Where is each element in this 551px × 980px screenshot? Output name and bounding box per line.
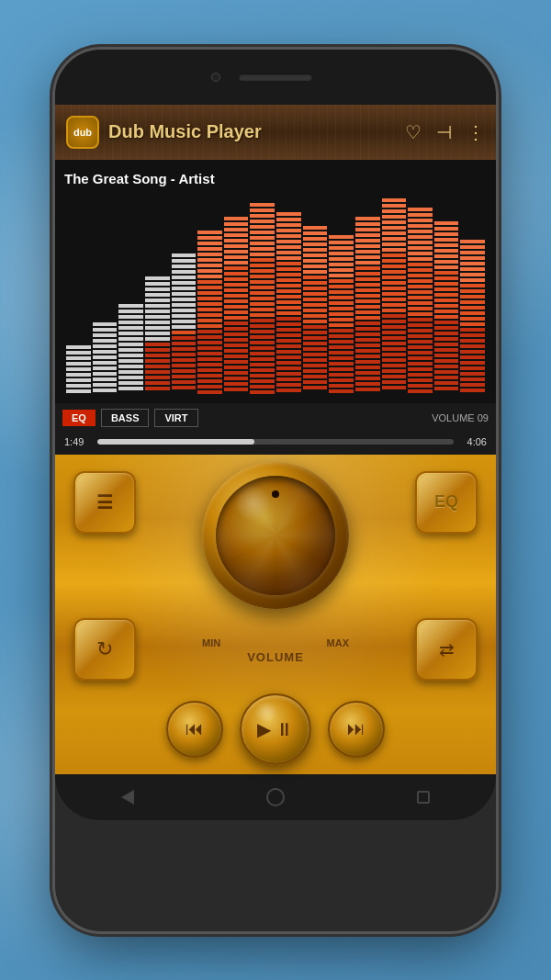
bar-segment (224, 305, 249, 309)
bar-segment (434, 271, 459, 275)
bar-segment (329, 235, 354, 239)
phone-speaker-area (55, 50, 496, 105)
eq-button-eq[interactable]: EQ (62, 410, 96, 426)
favorite-icon[interactable]: ♡ (405, 121, 422, 143)
bar-segment (276, 355, 301, 359)
bar-segment (408, 235, 433, 239)
bar-segment (197, 324, 222, 328)
bar-segment (276, 383, 301, 387)
bar-segment (408, 318, 433, 321)
bar-segment (224, 244, 249, 248)
bar-segment (145, 343, 170, 346)
bar-segment (93, 361, 118, 365)
bar-segment (276, 377, 301, 381)
eq-bar-9 (303, 226, 328, 396)
equalizer-icon[interactable]: ⊣ (436, 121, 452, 143)
prev-button[interactable]: ⏮ (166, 701, 223, 758)
bar-segment (145, 287, 170, 291)
repeat-button[interactable]: ↻ (73, 618, 136, 681)
bar-segment (93, 344, 118, 348)
bar-segment (382, 347, 407, 351)
bar-segment (408, 290, 433, 294)
bar-segment (408, 378, 433, 382)
bar-segment (329, 351, 354, 355)
bar-segment (172, 320, 197, 323)
bar-segment (355, 349, 380, 353)
bar-segment (276, 295, 301, 299)
bar-segment (276, 273, 301, 276)
eq-panel-button[interactable]: EQ (415, 471, 478, 534)
bar-segment (145, 304, 170, 308)
volume-knob-section (202, 462, 349, 609)
bar-segment (329, 329, 354, 332)
bar-segment (276, 256, 301, 260)
bar-segment (250, 291, 275, 295)
bar-segment (355, 250, 380, 253)
bar-segment (355, 277, 380, 281)
bar-segment (382, 369, 407, 373)
eq-bar-0 (66, 345, 91, 396)
nav-back-button[interactable] (121, 790, 134, 805)
eq-mode-buttons: EQ BASS VIRT VOLUME 09 (55, 403, 496, 433)
bar-segment (224, 261, 249, 265)
eq-bar-5 (197, 231, 222, 396)
play-pause-button[interactable]: ▶ ⏸ (240, 693, 311, 765)
eq-bar-13 (408, 208, 433, 396)
eq-button-virt[interactable]: VIRT (154, 409, 197, 427)
next-button[interactable]: ⏭ (328, 701, 385, 758)
bar-segment (303, 358, 328, 362)
bar-segment (118, 348, 143, 352)
bar-segment (276, 212, 301, 216)
bar-segment (382, 281, 407, 285)
bar-segment (250, 390, 275, 394)
bar-segment (197, 341, 222, 344)
bar-segment (303, 336, 328, 340)
bar-segment (303, 353, 328, 356)
bar-segment (276, 372, 301, 376)
bar-segment (145, 326, 170, 330)
progress-track[interactable] (97, 439, 454, 445)
bar-segment (303, 364, 328, 367)
bar-segment (172, 287, 197, 290)
bar-segment (66, 351, 91, 355)
bar-segment (329, 323, 354, 327)
bar-segment (434, 310, 459, 313)
eq-bar-15 (460, 240, 485, 396)
bar-segment (460, 339, 485, 343)
bar-segment (303, 270, 328, 274)
bar-segment (382, 364, 407, 367)
bar-segment (145, 376, 170, 379)
bar-segment (93, 350, 118, 354)
bar-segment (434, 238, 459, 242)
nav-home-button[interactable] (266, 788, 285, 806)
bar-segment (276, 328, 301, 332)
volume-knob[interactable] (202, 462, 349, 609)
bar-segment (250, 357, 275, 361)
bar-segment (329, 285, 354, 288)
bar-segment (145, 365, 170, 368)
bar-segment (329, 268, 354, 272)
shuffle-button[interactable]: ⇄ (415, 618, 478, 681)
bar-segment (250, 297, 275, 300)
bar-segment (250, 341, 275, 344)
bar-segment (250, 335, 275, 339)
menu-icon[interactable]: ⋮ (467, 121, 485, 143)
bar-segment (434, 337, 459, 341)
bar-segment (303, 287, 328, 290)
nav-recents-button[interactable] (417, 791, 430, 804)
bar-segment (250, 313, 275, 317)
bar-segment (434, 299, 459, 302)
bar-segment (276, 229, 301, 232)
bar-segment (460, 306, 485, 310)
playlist-button[interactable]: ☰ (73, 471, 136, 534)
bar-segment (118, 321, 143, 324)
bar-segment (118, 387, 143, 390)
bar-segment (172, 380, 197, 384)
bar-segment (355, 344, 380, 347)
eq-button-bass[interactable]: BASS (101, 409, 150, 427)
bar-segment (250, 352, 275, 355)
bar-segment (224, 277, 249, 281)
bar-segment (460, 372, 485, 376)
bar-segment (460, 350, 485, 354)
bar-segment (197, 231, 222, 234)
